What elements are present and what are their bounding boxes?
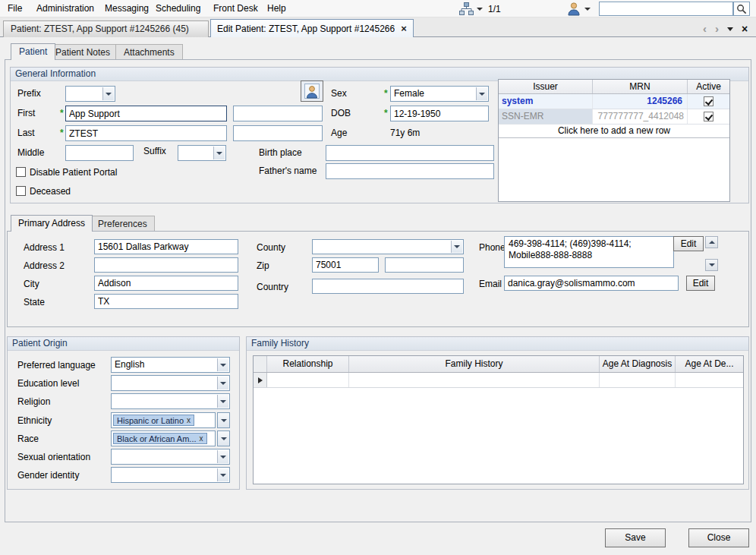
- education-level-dropdown-button[interactable]: [217, 377, 228, 389]
- mrn-column-header[interactable]: MRN: [593, 80, 688, 93]
- tab-patient-notes-label: Patient Notes: [55, 47, 110, 58]
- patient-photo-button[interactable]: [301, 80, 323, 102]
- preferred-language-dropdown-button[interactable]: [217, 358, 228, 371]
- family-history-cell[interactable]: [349, 373, 600, 387]
- menu-help[interactable]: Help: [263, 0, 291, 17]
- sexual-orientation-select[interactable]: [111, 449, 230, 465]
- issuer-column-header[interactable]: Issuer: [499, 80, 593, 93]
- age-at-death-cell[interactable]: [676, 373, 743, 387]
- county-dropdown-button[interactable]: [451, 241, 462, 253]
- middle-name-input[interactable]: [65, 145, 134, 161]
- email-input[interactable]: [504, 276, 679, 291]
- education-level-select[interactable]: [111, 375, 230, 391]
- search-button[interactable]: [733, 2, 750, 16]
- ethnicity-chip[interactable]: Hispanic or Latino x: [113, 415, 194, 426]
- dob-input[interactable]: [390, 106, 489, 121]
- tab-bar-close-icon[interactable]: ×: [742, 24, 748, 34]
- tab-attachments[interactable]: Attachments: [115, 44, 183, 60]
- first-name-input[interactable]: [65, 106, 227, 121]
- preferred-language-select[interactable]: English: [111, 357, 230, 373]
- chip-remove-icon[interactable]: x: [200, 435, 203, 443]
- active-column-header[interactable]: Active: [688, 80, 729, 93]
- prefix-select[interactable]: [65, 86, 115, 102]
- deceased-checkbox[interactable]: [16, 186, 26, 196]
- race-chip[interactable]: Black or African Am... x: [113, 433, 207, 444]
- save-button[interactable]: Save: [605, 528, 666, 547]
- birthplace-input[interactable]: [326, 145, 494, 161]
- tab-close-icon[interactable]: ×: [401, 24, 407, 33]
- mrn-add-row[interactable]: Click here to add a new row: [499, 125, 729, 138]
- tab-preferences[interactable]: Preferences: [90, 216, 155, 232]
- last-name-input[interactable]: [65, 125, 227, 141]
- suffix-select[interactable]: [178, 145, 226, 161]
- tab-patient[interactable]: Patient: [11, 43, 55, 60]
- ethnicity-chip-label: Hispanic or Latino: [117, 416, 184, 425]
- row-selector-cell[interactable]: [254, 373, 267, 387]
- address2-input[interactable]: [94, 257, 238, 273]
- user-icon[interactable]: [567, 2, 581, 18]
- relationship-cell[interactable]: [267, 373, 349, 387]
- tab-scroll-left-icon[interactable]: ‹: [703, 24, 707, 34]
- gender-identity-select[interactable]: [111, 467, 230, 483]
- suffix-value: [181, 147, 212, 159]
- tab-patient-notes[interactable]: Patient Notes: [47, 44, 118, 60]
- age-at-death-column-header[interactable]: Age At De...: [676, 356, 743, 372]
- tab-scroll-right-icon[interactable]: ›: [715, 24, 719, 34]
- age-at-diagnosis-cell[interactable]: [600, 373, 676, 387]
- menu-file[interactable]: File: [3, 0, 27, 17]
- menu-administration[interactable]: Administration: [32, 0, 99, 17]
- ethnicity-multiselect[interactable]: Hispanic or Latino x: [111, 412, 216, 428]
- relationship-column-header[interactable]: Relationship: [267, 356, 349, 372]
- family-history-row[interactable]: [254, 373, 743, 388]
- age-at-diagnosis-column-header[interactable]: Age At Diagnosis: [600, 356, 676, 372]
- mrn-row-ssn-emr[interactable]: SSN-EMR 777777777_4412048: [499, 109, 729, 125]
- religion-select[interactable]: [111, 393, 230, 409]
- suffix-dropdown-button[interactable]: [213, 147, 225, 159]
- ethnicity-dropdown-button[interactable]: [217, 412, 230, 428]
- county-select[interactable]: [312, 239, 464, 254]
- chip-remove-icon[interactable]: x: [187, 417, 191, 424]
- phone-edit-button[interactable]: Edit: [673, 236, 704, 251]
- phone-value-box[interactable]: 469-398-4114; (469)398-4114; Mobile888-8…: [504, 236, 674, 268]
- city-input[interactable]: [94, 276, 238, 291]
- prefix-dropdown-button[interactable]: [102, 87, 114, 100]
- mrn-value-cell: 777777777_4412048: [593, 109, 688, 124]
- gender-identity-dropdown-button[interactable]: [217, 468, 228, 481]
- org-chart-dropdown-icon[interactable]: [477, 8, 483, 11]
- phone-scroll-up-button[interactable]: [705, 236, 718, 248]
- family-history-column-header[interactable]: Family History: [349, 356, 600, 372]
- race-multiselect[interactable]: Black or African Am... x: [111, 430, 216, 446]
- menu-front-desk[interactable]: Front Desk: [209, 0, 263, 17]
- active-checkbox[interactable]: [704, 112, 713, 121]
- email-edit-button[interactable]: Edit: [686, 276, 715, 291]
- menu-messaging[interactable]: Messaging: [100, 0, 153, 17]
- mrn-grid-header: Issuer MRN Active: [499, 80, 729, 94]
- active-checkbox[interactable]: [704, 96, 713, 106]
- tab-patient-view[interactable]: Patient: ZTEST, App Support #1245266 (45…: [3, 20, 209, 37]
- sexual-orientation-dropdown-button[interactable]: [217, 450, 228, 463]
- menu-scheduling[interactable]: Scheduling: [151, 0, 205, 17]
- global-search-input[interactable]: [599, 2, 733, 16]
- first-name-alt-input[interactable]: [233, 106, 323, 121]
- user-dropdown-icon[interactable]: [584, 8, 591, 11]
- tab-edit-patient[interactable]: Edit Patient: ZTEST, App Support #124526…: [210, 19, 414, 37]
- fathers-name-input[interactable]: [326, 163, 494, 179]
- zip-input[interactable]: [312, 257, 379, 273]
- religion-dropdown-button[interactable]: [217, 395, 228, 408]
- sex-dropdown-button[interactable]: [476, 87, 487, 100]
- close-button[interactable]: Close: [688, 528, 749, 547]
- zip-plus4-input[interactable]: [385, 257, 464, 273]
- country-input[interactable]: [312, 279, 464, 294]
- sex-select[interactable]: Female: [390, 86, 489, 102]
- race-dropdown-button[interactable]: [217, 430, 230, 446]
- last-name-alt-input[interactable]: [233, 125, 323, 141]
- mrn-row-system[interactable]: system 1245266: [499, 94, 729, 109]
- state-input[interactable]: [94, 294, 238, 309]
- disable-portal-checkbox[interactable]: [16, 167, 26, 177]
- tab-list-dropdown-icon[interactable]: [727, 27, 733, 31]
- org-chart-icon[interactable]: [458, 2, 474, 17]
- phone-scroll-down-button[interactable]: [705, 259, 718, 271]
- address1-input[interactable]: [94, 239, 238, 254]
- tab-primary-address[interactable]: Primary Address: [11, 215, 93, 232]
- disable-portal-label: Disable Patient Portal: [30, 167, 117, 178]
